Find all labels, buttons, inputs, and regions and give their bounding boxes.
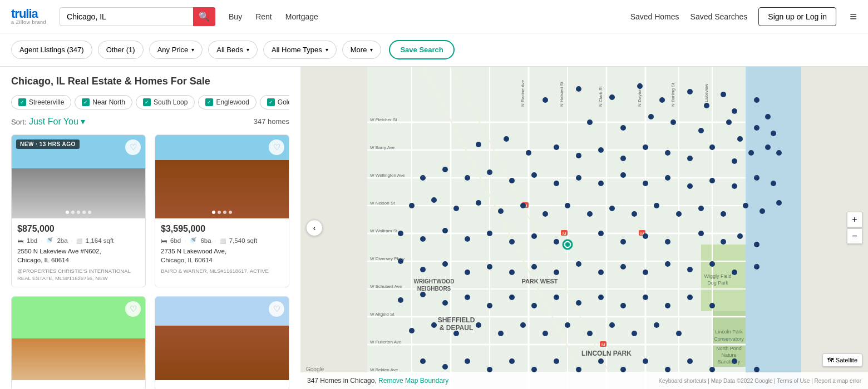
svg-point-81 bbox=[698, 128, 704, 133]
save-search-button[interactable]: Save Search bbox=[389, 40, 454, 59]
sort-value[interactable]: Just For You ▾ bbox=[29, 117, 85, 126]
home-types-label: All Home Types bbox=[272, 46, 322, 54]
nav-buy[interactable]: Buy bbox=[229, 12, 242, 21]
svg-point-192 bbox=[565, 322, 570, 328]
svg-point-112 bbox=[687, 183, 693, 189]
svg-text:N Clark St: N Clark St bbox=[598, 86, 603, 107]
svg-text:SHEFFIELD: SHEFFIELD bbox=[438, 316, 475, 324]
chip-streeterville-label: Streeterville bbox=[29, 98, 64, 106]
search-input[interactable] bbox=[60, 7, 215, 26]
svg-point-102 bbox=[465, 175, 470, 181]
svg-point-194 bbox=[609, 322, 615, 328]
listing-favorite-button[interactable]: ♡ bbox=[125, 301, 141, 317]
other-filter[interactable]: Other (1) bbox=[98, 41, 144, 59]
svg-point-101 bbox=[442, 167, 448, 172]
svg-text:M: M bbox=[601, 342, 605, 347]
listing-dot bbox=[229, 211, 232, 214]
main-nav: Buy Rent Mortgage bbox=[229, 12, 318, 21]
sign-up-button[interactable]: Sign up or Log in bbox=[758, 7, 836, 26]
listing-dots bbox=[66, 211, 91, 214]
listing-card[interactable]: ♡ bbox=[155, 296, 289, 389]
listing-image-wrap: ♡ bbox=[155, 297, 289, 380]
listing-card[interactable]: NEW · 13 HRS AGO ♡ $875,000 1bd bbox=[11, 134, 146, 287]
zoom-in-button[interactable]: + bbox=[847, 212, 862, 227]
svg-point-191 bbox=[542, 331, 548, 336]
price-filter[interactable]: Any Price ▾ bbox=[149, 41, 203, 59]
listing-address: 2550 N Lakeview Ave #N602,Chicago, IL 60… bbox=[17, 247, 140, 265]
svg-point-82 bbox=[726, 119, 732, 125]
search-button[interactable]: 🔍 bbox=[193, 7, 215, 26]
svg-point-164 bbox=[643, 270, 648, 275]
beds-chevron-icon: ▾ bbox=[246, 47, 249, 53]
svg-point-155 bbox=[442, 261, 448, 267]
separator: · bbox=[41, 237, 42, 244]
svg-point-146 bbox=[620, 239, 626, 245]
separator: · bbox=[184, 237, 186, 244]
chip-streeterville[interactable]: ✓ Streeterville bbox=[11, 95, 71, 109]
svg-point-99 bbox=[748, 150, 754, 156]
svg-point-177 bbox=[554, 295, 559, 300]
svg-point-106 bbox=[554, 181, 559, 186]
svg-point-74 bbox=[754, 97, 760, 103]
satellite-button[interactable]: 🗺 Satellite bbox=[822, 353, 862, 367]
svg-text:Wiggly Field: Wiggly Field bbox=[704, 273, 731, 279]
svg-point-176 bbox=[531, 303, 537, 308]
svg-point-119 bbox=[453, 206, 459, 211]
satellite-icon: 🗺 bbox=[827, 357, 834, 363]
listing-beds: 1bd bbox=[27, 237, 37, 244]
svg-point-110 bbox=[643, 181, 648, 186]
listing-card[interactable]: ♡ bbox=[11, 296, 146, 389]
listing-image-wrap: NEW · 13 HRS AGO ♡ bbox=[12, 135, 145, 218]
chip-south-loop[interactable]: ✓ South Loop bbox=[136, 95, 195, 109]
zoom-out-button[interactable]: − bbox=[847, 228, 862, 244]
svg-text:WRIGHTWOOD: WRIGHTWOOD bbox=[414, 278, 455, 285]
svg-point-186 bbox=[431, 322, 437, 328]
listing-card[interactable]: ♡ $3,595,000 6bd · 6ba bbox=[155, 134, 289, 287]
svg-point-105 bbox=[531, 172, 537, 178]
map-left-button[interactable]: ‹ bbox=[306, 220, 323, 236]
svg-rect-1 bbox=[746, 67, 801, 389]
home-types-filter[interactable]: All Home Types ▾ bbox=[263, 41, 337, 59]
sort-row: Sort: Just For You ▾ 347 homes bbox=[11, 116, 289, 127]
more-label: More bbox=[351, 46, 367, 54]
beds-filter[interactable]: All Beds ▾ bbox=[208, 41, 258, 59]
svg-point-118 bbox=[431, 197, 437, 203]
listing-sqft: 7,540 sqft bbox=[229, 237, 258, 244]
more-filter[interactable]: More ▾ bbox=[342, 41, 382, 59]
svg-point-125 bbox=[587, 211, 593, 217]
remove-boundary-button[interactable]: Remove Map Boundary bbox=[378, 377, 448, 385]
chip-near-north[interactable]: ✓ Near North bbox=[75, 95, 132, 109]
chip-near-north-check: ✓ bbox=[82, 98, 90, 106]
svg-point-78 bbox=[620, 125, 626, 131]
svg-point-202 bbox=[509, 358, 515, 364]
svg-point-66 bbox=[576, 86, 581, 92]
listing-image-wrap: ♡ bbox=[12, 297, 145, 380]
svg-point-171 bbox=[420, 292, 426, 297]
listing-favorite-button[interactable]: ♡ bbox=[269, 301, 284, 317]
svg-text:W Belden Ave: W Belden Ave bbox=[370, 367, 398, 372]
svg-point-183 bbox=[687, 295, 693, 300]
chip-englewood[interactable]: ✓ Englewood bbox=[198, 95, 256, 109]
listing-dot bbox=[82, 211, 86, 214]
svg-point-128 bbox=[654, 203, 659, 208]
hamburger-icon[interactable]: ≡ bbox=[850, 9, 857, 24]
nav-rent[interactable]: Rent bbox=[255, 12, 272, 21]
saved-homes-link[interactable]: Saved Homes bbox=[630, 12, 679, 21]
home-count: 347 homes bbox=[254, 117, 289, 126]
saved-searches-link[interactable]: Saved Searches bbox=[691, 12, 748, 21]
svg-point-103 bbox=[487, 169, 492, 175]
svg-point-143 bbox=[531, 233, 537, 239]
listing-favorite-button[interactable]: ♡ bbox=[269, 139, 284, 155]
other-label: Other (1) bbox=[106, 46, 135, 54]
map-attribution: Keyboard shortcuts | Map Data ©2022 Goog… bbox=[658, 378, 861, 384]
svg-text:W Wolfram St: W Wolfram St bbox=[370, 228, 398, 233]
google-logo: Google bbox=[306, 366, 324, 372]
svg-text:W Fletcher St: W Fletcher St bbox=[370, 117, 397, 122]
listing-favorite-button[interactable]: ♡ bbox=[125, 139, 141, 155]
agent-listings-filter[interactable]: Agent Listings (347) bbox=[11, 41, 92, 59]
svg-point-95 bbox=[665, 150, 670, 156]
listing-sqft: 1,164 sqft bbox=[86, 237, 114, 244]
svg-point-73 bbox=[732, 108, 737, 114]
nav-mortgage[interactable]: Mortgage bbox=[285, 12, 318, 21]
chip-gold-coast[interactable]: ✓ Gold Coast bbox=[260, 95, 289, 109]
